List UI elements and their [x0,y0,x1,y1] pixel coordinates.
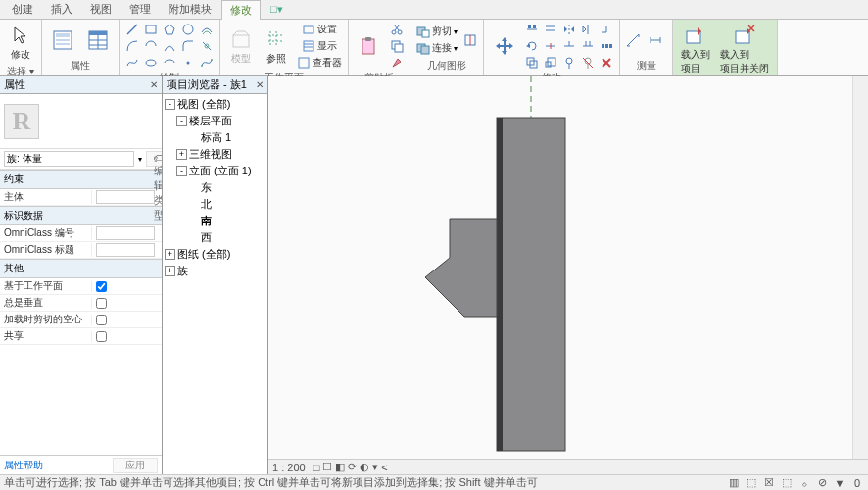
view-control-icon[interactable]: < [381,462,387,473]
unpin-icon[interactable] [579,55,597,71]
spline-icon[interactable] [123,55,141,71]
trim-single-icon[interactable] [560,38,578,54]
tree-node[interactable]: -立面 (立面 1) [165,163,265,179]
arc-tan-icon[interactable] [161,38,178,54]
viewer-button[interactable]: 查看器 [295,55,344,71]
array-icon[interactable] [598,38,615,54]
status-icon[interactable]: ☒ [762,476,776,490]
pin-icon[interactable] [560,55,578,71]
align-icon[interactable] [523,22,541,37]
set-button[interactable]: 设置 [295,22,344,37]
mirror-axis-icon[interactable] [560,22,578,37]
spline-points-icon[interactable] [198,55,216,71]
fillet-icon[interactable] [179,38,197,54]
line-icon[interactable] [123,22,141,37]
split-face-icon[interactable] [461,32,479,48]
circle-icon[interactable] [179,22,197,37]
arc-start-icon[interactable] [123,38,141,54]
tab-create[interactable]: 创建 [4,0,41,19]
tree-node[interactable]: +族 [165,263,265,279]
move-button[interactable] [488,32,521,60]
partial-ellipse-icon[interactable] [161,55,178,71]
model-button[interactable]: 模型 [224,25,258,68]
view-control-icon[interactable]: ☐ [322,461,332,473]
tree-node[interactable]: 西 [165,229,265,246]
prop-text-input[interactable] [96,190,155,204]
tree-node[interactable]: -楼层平面 [165,113,265,129]
scrollbar-vertical[interactable] [852,76,868,459]
prop-checkbox[interactable] [96,281,107,292]
tab-addins[interactable]: 附加模块 [161,0,219,19]
expand-icon[interactable]: - [176,166,187,176]
status-icon[interactable]: ⊘ [815,476,829,490]
tree-node[interactable]: -视图 (全部) [165,96,265,113]
match-icon[interactable] [388,55,406,71]
trim-corner-icon[interactable] [598,22,615,37]
ellipse-icon[interactable] [142,55,160,71]
expand-icon[interactable]: + [165,266,175,276]
tree-node[interactable]: 东 [165,179,265,196]
join-geom-button[interactable]: 连接▾ [414,40,459,56]
tree-node[interactable]: 标高 1 [165,129,265,146]
status-icon[interactable]: ⬚ [780,476,794,490]
status-icon[interactable]: ⬦ [797,476,811,490]
measure-icon[interactable] [624,32,642,48]
show-button[interactable]: 显示 [295,38,344,54]
mirror-draw-icon[interactable] [579,22,597,37]
tab-manage[interactable]: 管理 [121,0,159,19]
scale-icon[interactable] [542,55,559,71]
offset2-icon[interactable] [542,22,559,37]
status-icon[interactable]: ⬚ [745,476,758,490]
tab-extras[interactable]: □▾ [263,1,291,18]
tab-view[interactable]: 视图 [82,0,120,19]
apply-button[interactable]: 应用 [113,458,158,473]
tree-node[interactable]: +三维视图 [165,146,265,163]
load-close-button[interactable]: 载入到 项目并关闭 [716,22,773,77]
family-types-button[interactable] [81,26,115,54]
view-control-icon[interactable]: □ [313,462,320,473]
load-into-project-button[interactable]: 载入到 项目 [677,22,714,77]
rect-icon[interactable] [142,22,160,37]
prop-text-input[interactable] [96,226,155,240]
properties-button[interactable] [46,26,79,54]
offset-icon[interactable] [198,22,216,37]
edit-type-button[interactable]: 🏷编辑类型 [146,151,162,167]
expand-icon[interactable]: - [176,116,187,126]
viewport[interactable]: 1 : 200 □☐◧⟳◐▾< [268,76,868,474]
prop-checkbox[interactable] [96,331,107,342]
properties-help-link[interactable]: 属性帮助 [4,459,43,472]
expand-icon[interactable]: + [176,149,187,160]
prop-checkbox[interactable] [96,315,107,325]
rotate-icon[interactable] [523,38,541,54]
copy-icon[interactable] [388,38,406,54]
view-control-icon[interactable]: ▾ [372,461,378,473]
chevron-down-icon[interactable]: ▾ [138,155,142,164]
dim-aligned-icon[interactable] [647,32,664,48]
cut-geom-button[interactable]: 剪切▾ [414,24,459,39]
prop-text-input[interactable] [96,243,155,257]
cut-icon[interactable] [388,22,406,37]
tab-modify[interactable]: 修改 [221,0,261,20]
paste-button[interactable] [353,32,386,60]
modify-button[interactable]: 修改 [4,22,37,64]
view-control-icon[interactable]: ◐ [360,461,369,473]
status-icon[interactable]: 0 [850,476,864,490]
copy2-icon[interactable] [523,55,541,71]
point-icon[interactable] [179,55,197,71]
scale-display[interactable]: 1 : 200 [272,462,306,473]
polygon-icon[interactable] [161,22,178,37]
expand-icon[interactable]: - [165,99,175,110]
tree-node[interactable]: 北 [165,196,265,213]
arc-center-icon[interactable] [142,38,160,54]
expand-icon[interactable]: + [165,249,175,260]
delete-icon[interactable] [598,55,615,71]
reference-button[interactable]: 参照 [260,25,293,68]
status-icon[interactable]: ▼ [833,476,846,490]
prop-checkbox[interactable] [96,298,107,309]
split-icon[interactable] [542,38,559,54]
view-control-icon[interactable]: ⟳ [348,461,357,473]
status-icon[interactable]: ▥ [727,476,741,490]
close-icon[interactable]: ✕ [150,79,158,90]
tab-insert[interactable]: 插入 [43,0,80,19]
trim-multi-icon[interactable] [579,38,597,54]
